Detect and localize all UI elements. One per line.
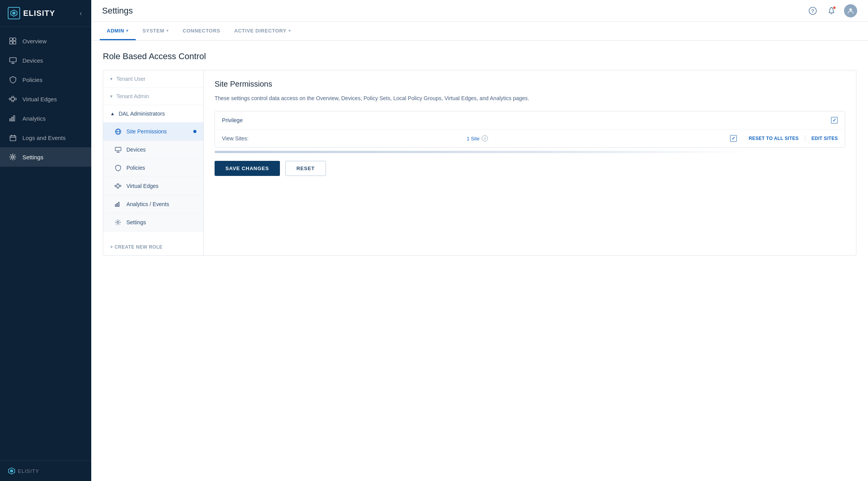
sub-item-analytics-events[interactable]: Analytics / Events [103,195,203,213]
notification-dot [833,6,836,9]
view-sites-checkbox[interactable] [730,135,737,142]
sub-nodes-icon [114,182,122,190]
svg-line-41 [119,185,119,186]
sub-item-settings[interactable]: Settings [103,213,203,232]
system-chevron-icon: ▾ [166,28,169,33]
svg-rect-3 [13,38,16,41]
sidebar-item-label-logs-events: Logs and Events [22,135,66,141]
tab-admin[interactable]: ADMIN ▾ [100,22,136,40]
sidebar-item-label-settings: Settings [22,154,43,160]
svg-point-9 [9,98,11,100]
logo-icon [8,7,20,19]
sub-item-virtual-edges[interactable]: Virtual Edges [103,177,203,195]
sidebar-footer: ELISITY [0,461,91,481]
tenant-user-label: Tenant User [116,76,145,82]
sub-monitor-icon [114,146,122,154]
actions-divider [805,135,805,142]
sub-item-site-permissions[interactable]: Site Permissions [103,123,203,141]
reset-to-all-sites-button[interactable]: RESET TO ALL SITES [749,136,798,141]
sidebar-item-label-overview: Overview [22,38,47,44]
globe-icon [114,128,122,135]
sidebar-item-virtual-edges[interactable]: Virtual Edges [0,89,91,109]
sub-item-label-devices: Devices [126,147,146,153]
svg-rect-45 [117,203,118,206]
sidebar-collapse-button[interactable]: ‹ [78,8,84,19]
view-sites-value[interactable]: 1 Site [467,136,479,142]
svg-point-38 [119,185,121,187]
tenant-user-role[interactable]: ▾ Tenant User [103,70,203,88]
logo-text: ELISITY [23,9,55,18]
svg-marker-26 [10,469,13,472]
permissions-title: Site Permissions [215,80,845,89]
tabs-bar: ADMIN ▾ SYSTEM ▾ CONNECTORS ACTIVE DIREC… [91,22,868,41]
svg-line-40 [116,185,117,186]
tenant-admin-label: Tenant Admin [116,93,149,99]
notifications-button[interactable] [825,5,837,17]
sub-item-label-site-permissions: Site Permissions [126,128,167,135]
sub-item-label-virtual-edges: Virtual Edges [126,183,159,189]
sidebar-item-policies[interactable]: Policies [0,70,91,89]
help-button[interactable]: ? [807,5,819,17]
svg-rect-4 [10,41,12,44]
svg-line-42 [119,186,119,188]
privilege-row: Privilege [215,111,845,130]
svg-point-36 [115,185,116,187]
svg-point-39 [117,187,119,189]
svg-rect-19 [14,116,15,121]
topbar: Settings ? [91,0,868,22]
sidebar-item-label-policies: Policies [22,77,43,83]
tenant-admin-role[interactable]: ▾ Tenant Admin [103,88,203,105]
svg-line-13 [11,97,12,99]
svg-line-14 [14,97,15,99]
tenant-user-chevron-icon: ▾ [110,76,113,82]
tab-connectors[interactable]: CONNECTORS [176,22,227,40]
svg-line-43 [116,186,117,188]
avatar[interactable] [844,4,857,17]
sidebar-item-analytics[interactable]: Analytics [0,109,91,128]
sidebar-item-devices[interactable]: Devices [0,51,91,70]
svg-line-15 [14,99,15,101]
content-area: ADMIN ▾ SYSTEM ▾ CONNECTORS ACTIVE DIREC… [91,22,868,481]
dal-admins-label: DAL Administrators [119,111,165,117]
create-new-role-button[interactable]: + CREATE NEW ROLE [103,239,203,255]
svg-point-47 [117,222,119,223]
create-role-label: + CREATE NEW ROLE [110,244,162,250]
svg-line-16 [11,99,12,101]
info-icon[interactable]: i [482,135,488,142]
reset-button[interactable]: RESET [285,161,326,176]
save-changes-button[interactable]: SAVE CHANGES [215,161,280,176]
topbar-actions: ? [807,4,857,17]
footer-logo-text: ELISITY [18,468,39,474]
calendar-icon [9,133,17,142]
svg-rect-6 [10,58,16,62]
svg-rect-44 [115,205,116,206]
settings-panel: ADMIN ▾ SYSTEM ▾ CONNECTORS ACTIVE DIREC… [91,22,868,481]
view-sites-label: View Sites: [222,135,464,142]
sub-item-label-settings: Settings [126,219,146,225]
grid-icon [9,37,17,45]
sub-item-label-analytics-events: Analytics / Events [126,201,169,207]
sidebar-item-logs-events[interactable]: Logs and Events [0,128,91,147]
rbac-panes-scroll: ▾ Tenant User ▾ Tenant Admin [103,70,856,256]
active-directory-chevron-icon: ▾ [288,28,291,33]
privilege-checkbox[interactable] [831,117,838,124]
sub-item-devices[interactable]: Devices [103,141,203,159]
svg-rect-18 [12,117,13,121]
sidebar-item-label-devices: Devices [22,57,43,64]
svg-point-29 [849,8,852,11]
tenant-admin-chevron-icon: ▾ [110,94,113,99]
svg-rect-20 [10,136,16,141]
sidebar-item-overview[interactable]: Overview [0,31,91,51]
sub-gear-icon [114,218,122,226]
sub-item-label-policies: Policies [126,165,145,171]
tab-active-directory[interactable]: ACTIVE DIRECTORY ▾ [227,22,298,40]
dal-admins-chevron-icon: ▲ [110,111,115,116]
svg-rect-5 [13,41,16,44]
edit-sites-button[interactable]: EDIT SITES [812,136,838,141]
svg-marker-1 [12,12,15,15]
sidebar-item-settings[interactable]: Settings [0,147,91,167]
permissions-description: These settings control data access on th… [215,94,845,102]
sub-item-policies[interactable]: Policies [103,159,203,177]
tab-system[interactable]: SYSTEM ▾ [136,22,176,40]
dal-admins-role[interactable]: ▲ DAL Administrators [103,105,203,123]
